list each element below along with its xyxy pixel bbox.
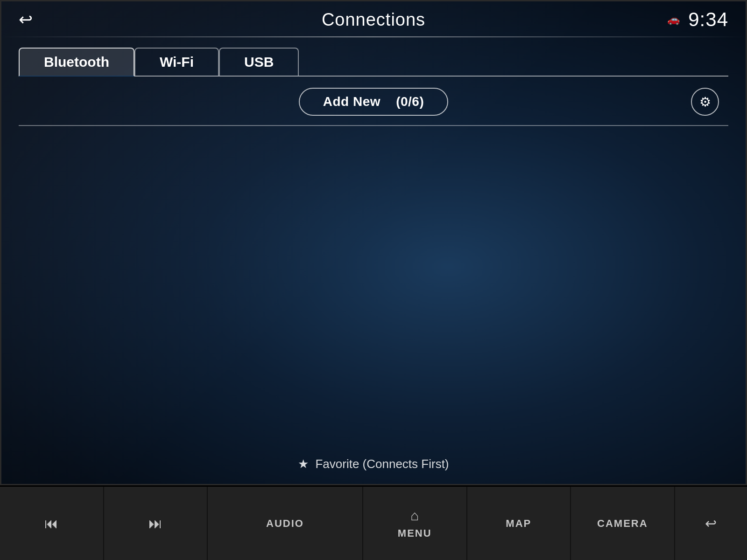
favorite-hint: ★ Favorite (Connects First) — [298, 457, 449, 471]
prev-track-icon: ⏮ — [44, 516, 58, 532]
clock-display: 9:34 — [688, 8, 728, 31]
car-icon: 🚗 — [667, 14, 680, 26]
star-icon: ★ — [298, 457, 309, 471]
camera-label: CAMERA — [597, 518, 648, 530]
back-hw-icon: ↩ — [705, 515, 717, 532]
device-list-area: ★ Favorite (Connects First) — [0, 126, 747, 485]
map-button[interactable]: MAP — [467, 487, 571, 560]
audio-label: AUDIO — [266, 518, 304, 530]
page-title: Connections — [322, 10, 425, 30]
back-button[interactable]: ↩ — [14, 10, 37, 29]
tab-bluetooth[interactable]: Bluetooth — [19, 48, 134, 77]
tabs-container: Bluetooth Wi-Fi USB — [19, 48, 728, 77]
header: ↩ Connections 🚗 9:34 — [0, 0, 747, 36]
home-icon: ⌂ — [410, 508, 419, 524]
next-track-button[interactable]: ⏭ — [104, 487, 208, 560]
bottom-bar: ⏮ ⏭ AUDIO ⌂ MENU MAP CAMERA ↩ — [0, 485, 747, 560]
controls-row: Add New (0/6) ⚙ — [0, 77, 747, 116]
camera-button[interactable]: CAMERA — [571, 487, 675, 560]
settings-button[interactable]: ⚙ — [691, 88, 719, 116]
favorite-text: Favorite (Connects First) — [315, 457, 449, 471]
tab-usb[interactable]: USB — [219, 48, 299, 76]
back-hw-button[interactable]: ↩ — [675, 487, 747, 560]
back-arrow-icon: ↩ — [19, 10, 33, 29]
menu-label: MENU — [398, 527, 432, 539]
prev-track-button[interactable]: ⏮ — [0, 487, 104, 560]
header-right: 🚗 9:34 — [667, 8, 728, 31]
audio-button[interactable]: AUDIO — [208, 487, 363, 560]
gear-icon: ⚙ — [699, 94, 711, 110]
tabs-section: Bluetooth Wi-Fi USB — [0, 37, 747, 77]
next-track-icon: ⏭ — [148, 516, 162, 532]
menu-button[interactable]: ⌂ MENU — [363, 487, 467, 560]
add-new-button[interactable]: Add New (0/6) — [299, 88, 448, 116]
map-label: MAP — [506, 518, 531, 530]
tab-wifi[interactable]: Wi-Fi — [134, 48, 219, 76]
